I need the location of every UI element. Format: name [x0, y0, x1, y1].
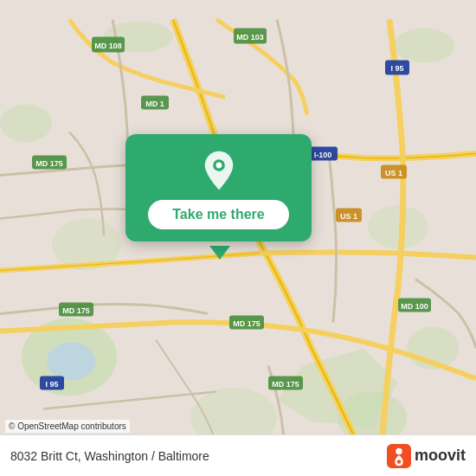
- svg-point-11: [47, 343, 95, 381]
- svg-point-45: [215, 163, 222, 169]
- svg-text:US 1: US 1: [340, 212, 357, 221]
- svg-text:MD 103: MD 103: [236, 33, 264, 42]
- moovit-brand-name: moovit: [415, 447, 466, 465]
- bottom-bar: 8032 Britt Ct, Washington / Baltimore mo…: [0, 434, 476, 476]
- address-label: 8032 Britt Ct, Washington / Baltimore: [10, 449, 209, 463]
- svg-point-48: [397, 460, 402, 464]
- svg-point-47: [396, 447, 402, 453]
- svg-text:MD 100: MD 100: [401, 302, 428, 311]
- svg-text:I 95: I 95: [390, 64, 403, 73]
- map-container: MD 108 MD 103 I 95 MD 1 MD 175 I-100 US …: [0, 0, 476, 476]
- svg-point-5: [394, 29, 454, 63]
- location-pin-icon: [198, 150, 240, 191]
- svg-text:I-100: I-100: [314, 151, 332, 159]
- take-me-there-button[interactable]: Take me there: [148, 200, 288, 229]
- svg-text:MD 175: MD 175: [233, 319, 261, 328]
- svg-text:US 1: US 1: [385, 169, 402, 177]
- svg-text:MD 175: MD 175: [272, 380, 299, 389]
- moovit-logo: moovit: [387, 444, 466, 468]
- map-pointer: [209, 246, 230, 260]
- svg-text:MD 175: MD 175: [35, 159, 63, 168]
- map-attribution: © OpenStreetMap contributors: [5, 420, 130, 433]
- svg-text:MD 175: MD 175: [62, 306, 90, 315]
- cta-card: Take me there: [125, 134, 312, 241]
- svg-text:MD 108: MD 108: [94, 42, 122, 50]
- moovit-logo-icon: [387, 444, 411, 468]
- svg-text:MD 1: MD 1: [145, 100, 164, 108]
- svg-point-10: [368, 206, 428, 249]
- svg-text:I 95: I 95: [45, 380, 58, 389]
- svg-point-6: [0, 105, 52, 143]
